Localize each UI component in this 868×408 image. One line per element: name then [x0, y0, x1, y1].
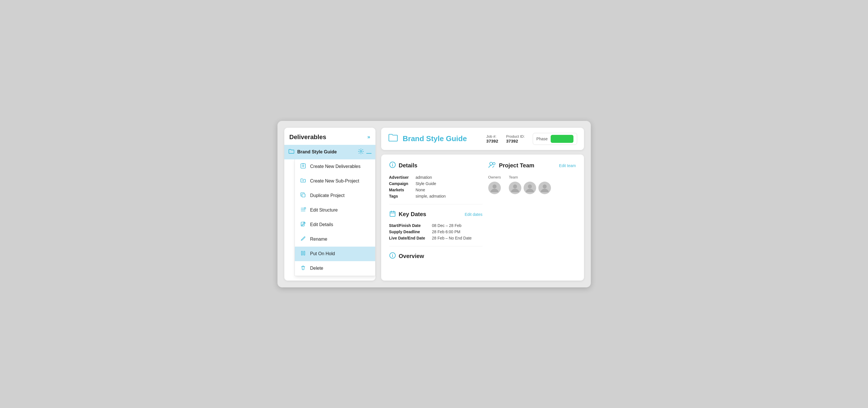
key-dates-fields: Start/Finish Date 08 Dec – 28 Feb Supply… — [389, 223, 483, 240]
supply-deadline-value: 28 Feb 6:00 PM — [432, 230, 482, 234]
edit-dates-link[interactable]: Edit dates — [465, 212, 482, 217]
menu-item-delete[interactable]: Delete — [295, 261, 375, 276]
menu-item-edit-structure[interactable]: Edit Structure — [295, 203, 375, 217]
settings-icon[interactable] — [358, 148, 364, 156]
edit-details-icon — [300, 221, 306, 228]
right-panel: Brand Style Guide Job #: 37392 Product I… — [381, 128, 584, 281]
phase-color-badge — [551, 135, 574, 143]
calendar-icon — [389, 210, 396, 219]
product-id-label: Product ID: — [506, 134, 525, 139]
svg-rect-18 — [390, 211, 395, 216]
duplicate-icon — [300, 192, 306, 199]
project-header-title: Brand Style Guide — [403, 134, 482, 143]
team-icon — [488, 162, 496, 170]
menu-item-duplicate-project[interactable]: Duplicate Project — [295, 188, 375, 203]
rename-icon — [300, 236, 306, 243]
svg-point-26 — [493, 163, 495, 165]
advertiser-label: Advertiser — [389, 175, 409, 180]
active-deliverable-item[interactable]: Brand Style Guide — [284, 145, 375, 159]
trash-icon — [300, 265, 306, 272]
active-item-label: Brand Style Guide — [298, 149, 355, 154]
svg-rect-14 — [304, 251, 305, 255]
details-section-title: Details — [399, 162, 417, 169]
supply-deadline-label: Supply Deadline — [389, 230, 425, 234]
svg-point-11 — [304, 207, 306, 209]
context-menu: Create New Deliverables Create New Sub-P… — [294, 159, 375, 276]
menu-item-label: Create New Sub-Project — [310, 178, 360, 184]
details-right: Project Team Edit team Owners — [483, 162, 576, 266]
advertiser-value: admation — [415, 175, 483, 180]
collapse-icon[interactable] — [366, 149, 371, 155]
menu-item-create-deliverables[interactable]: Create New Deliverables — [295, 159, 375, 174]
menu-item-create-sub-project[interactable]: Create New Sub-Project — [295, 174, 375, 188]
avatar — [524, 182, 536, 194]
pause-icon — [300, 250, 306, 258]
team-avatars — [509, 182, 551, 194]
team-label: Team — [509, 175, 551, 179]
details-fields: Advertiser admation Campaign Style Guide… — [389, 175, 483, 199]
svg-rect-13 — [301, 251, 303, 255]
menu-item-rename[interactable]: Rename — [295, 232, 375, 246]
create-deliverables-icon — [300, 163, 306, 170]
svg-point-0 — [360, 150, 362, 152]
details-section-header: Details — [389, 162, 483, 170]
overview-section-header: Overview — [389, 252, 483, 261]
menu-item-edit-details[interactable]: Edit Details — [295, 217, 375, 232]
avatar — [488, 182, 501, 194]
svg-point-17 — [392, 163, 393, 164]
markets-value: None — [415, 187, 483, 192]
expand-icon[interactable]: » — [367, 134, 370, 140]
owners-col: Owners — [488, 175, 501, 194]
job-number-field: Job #: 37392 — [486, 134, 498, 143]
key-dates-section-header: Key Dates Edit dates — [389, 210, 483, 219]
menu-item-label: Edit Structure — [310, 208, 338, 213]
divider-1 — [389, 204, 483, 204]
owners-label: Owners — [488, 175, 501, 179]
live-date-value: 28 Feb – No End Date — [432, 236, 482, 240]
panel-header: Deliverables » — [284, 134, 375, 145]
svg-point-25 — [490, 162, 493, 165]
panel-title: Deliverables — [289, 134, 327, 141]
team-col: Team — [509, 175, 551, 194]
owners-avatars — [488, 182, 501, 194]
edit-team-link[interactable]: Edit team — [559, 164, 576, 168]
team-cols: Owners Team — [488, 175, 576, 194]
phase-badge-container: Phase — [533, 133, 577, 145]
menu-item-put-on-hold[interactable]: Put On Hold — [295, 246, 375, 261]
create-sub-project-icon — [300, 178, 306, 185]
start-finish-value: 08 Dec – 28 Feb — [432, 223, 482, 228]
team-section-header: Project Team Edit team — [488, 162, 576, 170]
project-folder-icon — [388, 134, 398, 144]
svg-point-27 — [493, 184, 497, 188]
markets-label: Markets — [389, 187, 409, 192]
details-card: Details Advertiser admation Campaign Sty… — [381, 154, 584, 281]
left-panel: Deliverables » Brand Style Guide — [284, 128, 375, 281]
svg-point-29 — [528, 184, 532, 188]
campaign-value: Style Guide — [415, 181, 483, 186]
start-finish-label: Start/Finish Date — [389, 223, 425, 228]
job-info: Job #: 37392 Product ID: 37392 Phase — [486, 133, 577, 145]
menu-item-label: Delete — [310, 266, 323, 271]
tags-label: Tags — [389, 194, 409, 199]
active-item-actions — [358, 148, 371, 156]
details-grid: Details Advertiser admation Campaign Sty… — [389, 162, 576, 266]
overview-info-icon — [389, 252, 396, 261]
campaign-label: Campaign — [389, 181, 409, 186]
menu-item-label: Rename — [310, 237, 327, 242]
menu-item-label: Create New Deliverables — [310, 164, 361, 169]
key-dates-section-title: Key Dates — [399, 211, 427, 217]
project-header-card: Brand Style Guide Job #: 37392 Product I… — [381, 128, 584, 150]
live-date-label: Live Date/End Date — [389, 236, 425, 240]
avatar — [509, 182, 521, 194]
product-id-field: Product ID: 37392 — [506, 134, 525, 143]
folder-icon — [288, 149, 294, 155]
svg-point-28 — [513, 184, 517, 188]
product-id-value: 37392 — [506, 139, 525, 143]
job-number-label: Job #: — [486, 134, 498, 139]
svg-point-30 — [543, 184, 547, 188]
avatar — [538, 182, 551, 194]
details-left: Details Advertiser admation Campaign Sty… — [389, 162, 483, 266]
menu-item-label: Duplicate Project — [310, 193, 345, 198]
divider-2 — [389, 246, 483, 246]
svg-rect-7 — [302, 194, 305, 197]
